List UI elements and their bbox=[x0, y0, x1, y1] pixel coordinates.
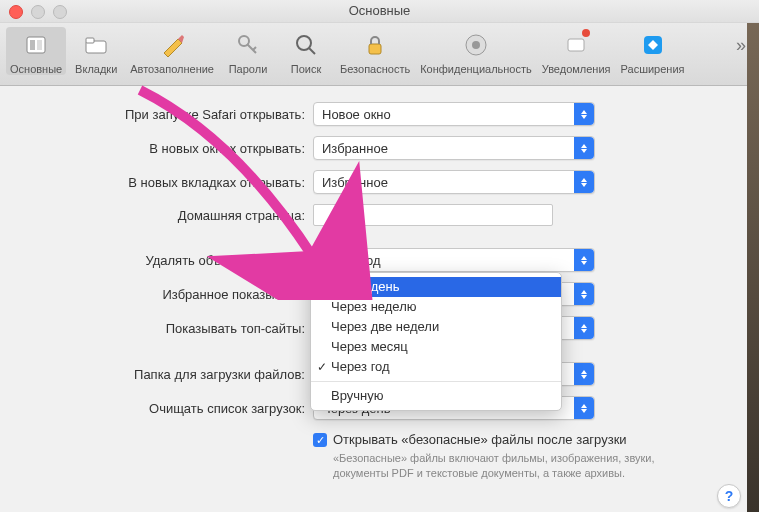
toolbar-label: Поиск bbox=[291, 63, 321, 75]
remove-history-menu: Через день Через неделю Через две недели… bbox=[310, 272, 562, 411]
label-on-launch: При запуске Safari открывать: bbox=[30, 107, 313, 122]
svg-rect-4 bbox=[86, 38, 94, 43]
chevron-updown-icon bbox=[574, 249, 594, 271]
menu-item[interactable]: Через год bbox=[311, 357, 561, 377]
popup-new-windows[interactable]: Избранное bbox=[313, 136, 595, 160]
chevron-updown-icon bbox=[574, 171, 594, 193]
toolbar-tab-autofill[interactable]: Автозаполнение bbox=[126, 27, 218, 75]
preferences-toolbar: Основные Вкладки Автозаполнение Пароли П… bbox=[0, 23, 759, 86]
menu-item[interactable]: Вручную bbox=[311, 386, 561, 406]
toolbar-tab-passwords[interactable]: Пароли bbox=[220, 27, 276, 75]
toolbar-tab-tabs[interactable]: Вкладки bbox=[68, 27, 124, 75]
svg-point-9 bbox=[472, 41, 480, 49]
toolbar-tab-general[interactable]: Основные bbox=[6, 27, 66, 75]
menu-item[interactable]: Через день bbox=[311, 277, 561, 297]
toolbar-label: Пароли bbox=[229, 63, 268, 75]
homepage-field[interactable] bbox=[313, 204, 553, 226]
toolbar-tab-search[interactable]: Поиск bbox=[278, 27, 334, 75]
safe-files-help: «Безопасные» файлы включают фильмы, изоб… bbox=[333, 451, 693, 482]
toolbar-label: Уведомления bbox=[542, 63, 611, 75]
svg-rect-2 bbox=[37, 40, 42, 50]
chevron-updown-icon bbox=[574, 283, 594, 305]
preferences-window: Основные Основные Вкладки Автозаполнение bbox=[0, 0, 759, 512]
label-remove-history: Удалять объекты истории: bbox=[30, 253, 313, 268]
svg-rect-0 bbox=[27, 37, 45, 53]
menu-item[interactable]: Через месяц bbox=[311, 337, 561, 357]
toolbar-label: Вкладки bbox=[75, 63, 117, 75]
popup-new-tabs[interactable]: Избранное bbox=[313, 170, 595, 194]
label-new-tabs: В новых вкладках открывать: bbox=[30, 175, 313, 190]
toolbar-tab-extensions[interactable]: Расширения bbox=[617, 27, 689, 75]
help-button[interactable]: ? bbox=[717, 484, 741, 508]
label-top-sites: Показывать топ-сайты: bbox=[30, 321, 313, 336]
general-pane: При запуске Safari открывать: Новое окно… bbox=[0, 86, 759, 512]
privacy-icon bbox=[460, 29, 492, 61]
toolbar-label: Конфиденциальность bbox=[420, 63, 532, 75]
svg-rect-1 bbox=[30, 40, 35, 50]
chevron-updown-icon bbox=[574, 363, 594, 385]
toolbar-tab-security[interactable]: Безопасность bbox=[336, 27, 414, 75]
label-downloads-folder: Папка для загрузки файлов: bbox=[30, 367, 313, 382]
label-favorites-shows: Избранное показывает: bbox=[30, 287, 313, 302]
safe-files-label: Открывать «безопасные» файлы после загру… bbox=[333, 432, 627, 447]
autofill-icon bbox=[156, 29, 188, 61]
window-title: Основные bbox=[0, 3, 759, 18]
toolbar-label: Расширения bbox=[621, 63, 685, 75]
chevron-updown-icon bbox=[574, 317, 594, 339]
popup-on-launch[interactable]: Новое окно bbox=[313, 102, 595, 126]
label-new-windows: В новых окнах открывать: bbox=[30, 141, 313, 156]
popup-remove-history[interactable]: Через год bbox=[313, 248, 595, 272]
toolbar-tab-privacy[interactable]: Конфиденциальность bbox=[416, 27, 536, 75]
extensions-icon bbox=[637, 29, 669, 61]
key-icon bbox=[232, 29, 264, 61]
menu-divider bbox=[311, 381, 561, 382]
svg-rect-7 bbox=[369, 44, 381, 54]
label-homepage: Домашняя страница: bbox=[30, 208, 313, 223]
menu-item[interactable]: Через неделю bbox=[311, 297, 561, 317]
chevron-updown-icon bbox=[574, 103, 594, 125]
toolbar-label: Основные bbox=[10, 63, 62, 75]
safe-files-checkbox[interactable] bbox=[313, 433, 327, 447]
svg-point-6 bbox=[297, 36, 311, 50]
toolbar-label: Безопасность bbox=[340, 63, 410, 75]
titlebar: Основные bbox=[0, 0, 759, 23]
label-clear-downloads: Очищать список загрузок: bbox=[30, 401, 313, 416]
lock-icon bbox=[359, 29, 391, 61]
svg-rect-10 bbox=[568, 39, 584, 51]
toolbar-tab-notifications[interactable]: Уведомления bbox=[538, 27, 615, 75]
chevron-updown-icon bbox=[574, 397, 594, 419]
chevron-updown-icon bbox=[574, 137, 594, 159]
tabs-icon bbox=[80, 29, 112, 61]
toolbar-label: Автозаполнение bbox=[130, 63, 214, 75]
safe-files-checkbox-row: Открывать «безопасные» файлы после загру… bbox=[313, 432, 729, 447]
notifications-icon bbox=[560, 29, 592, 61]
search-icon bbox=[290, 29, 322, 61]
general-icon bbox=[20, 29, 52, 61]
menu-item[interactable]: Через две недели bbox=[311, 317, 561, 337]
